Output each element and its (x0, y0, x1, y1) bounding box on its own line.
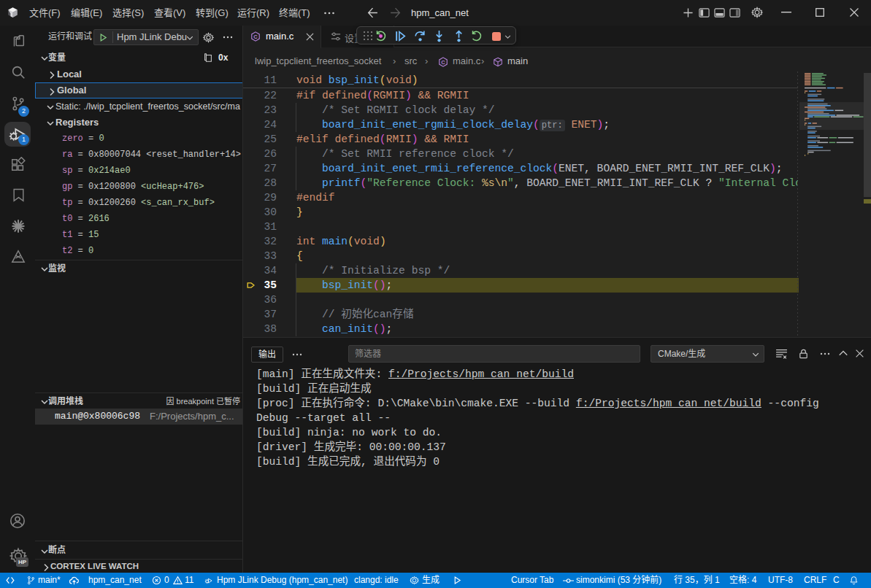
svg-text:C: C (441, 59, 445, 66)
svg-text:C: C (253, 34, 258, 40)
